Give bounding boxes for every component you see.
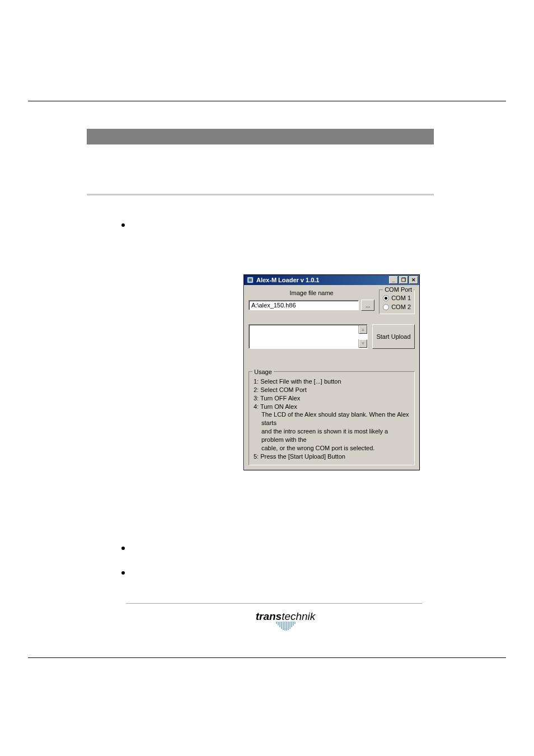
close-button[interactable]: ✕ [409, 276, 418, 284]
app-icon [246, 276, 254, 284]
heading-bar [87, 129, 434, 144]
browse-label: ... [366, 302, 370, 309]
app-window: Alex-M Loader v 1.0.1 _ ❐ ✕ Image file n… [243, 274, 420, 470]
page-bottom-rule [28, 657, 506, 658]
chevron-down-icon: ▼ [359, 339, 367, 348]
file-row: ... [249, 300, 374, 311]
com1-option[interactable]: COM 1 [383, 295, 411, 301]
bullet-text [132, 220, 134, 229]
svg-rect-1 [249, 278, 252, 282]
section-spacer [87, 158, 434, 169]
lower-bullets [121, 543, 134, 592]
logo-swoosh-icon [249, 622, 322, 632]
minimize-icon: _ [392, 277, 395, 283]
window-body: Image file name ... COM Port COM 1 COM 2 [244, 285, 419, 470]
top-row: Image file name ... COM Port COM 1 COM 2 [249, 290, 415, 314]
scroll-down[interactable]: ▼ [358, 339, 367, 348]
start-upload-button[interactable]: Start Upload [372, 324, 415, 349]
section-rule [87, 194, 434, 195]
usage-detail-3: cable, or the wrong COM port is selected… [261, 444, 410, 452]
bullet-item [121, 543, 134, 552]
usage-detail-1: The LCD of the Alex should stay blank. W… [261, 410, 410, 427]
image-file-input[interactable] [249, 300, 359, 310]
minimize-button[interactable]: _ [389, 276, 398, 284]
com2-option[interactable]: COM 2 [383, 304, 411, 310]
bullet-item [121, 220, 434, 229]
usage-line-3: 3: Turn OFF Alex [254, 394, 410, 403]
com2-label: COM 2 [391, 304, 411, 310]
image-file-label: Image file name [249, 290, 374, 296]
usage-detail-2: and the intro screen is shown it is most… [261, 427, 410, 444]
footer-rule [126, 603, 422, 604]
bullet-dot-icon [121, 547, 125, 550]
start-upload-label: Start Upload [376, 333, 410, 340]
log-output[interactable]: ▲ ▼ [249, 324, 368, 349]
content-area [87, 129, 434, 234]
maximize-icon: ❐ [401, 277, 406, 283]
usage-legend: Usage [252, 368, 274, 376]
com1-label: COM 1 [391, 295, 411, 301]
usage-line-2: 2: Select COM Port [254, 386, 410, 394]
title-bar[interactable]: Alex-M Loader v 1.0.1 _ ❐ ✕ [244, 275, 419, 285]
usage-group: Usage 1: Select File with the [...] butt… [249, 371, 415, 465]
bullet-item [121, 568, 134, 577]
mid-row: ▲ ▼ Start Upload [249, 324, 415, 349]
window-title: Alex-M Loader v 1.0.1 [256, 277, 388, 283]
browse-button[interactable]: ... [361, 300, 374, 311]
window-controls: _ ❐ ✕ [388, 276, 418, 284]
logo: transtechnik [249, 610, 322, 632]
chevron-up-icon: ▲ [359, 325, 367, 334]
usage-line-1: 1: Select File with the [...] button [254, 377, 410, 386]
usage-line-4: 4: Turn ON Alex [254, 403, 410, 411]
page-top-rule [28, 101, 506, 101]
logo-text: transtechnik [249, 610, 322, 623]
close-icon: ✕ [411, 277, 416, 283]
radio-unselected-icon [383, 304, 389, 310]
bullet-dot-icon [121, 571, 125, 575]
scroll-up[interactable]: ▲ [358, 325, 367, 334]
maximize-button[interactable]: ❐ [399, 276, 408, 284]
bullet-dot-icon [121, 223, 125, 227]
bullet-text [132, 568, 134, 577]
com-port-legend: COM Port [383, 286, 414, 293]
com-port-group: COM Port COM 1 COM 2 [379, 290, 415, 314]
radio-selected-icon [383, 295, 389, 301]
usage-line-5: 5: Press the [Start Upload] Button [254, 452, 410, 461]
bullet-text [132, 543, 134, 552]
image-file-group: Image file name ... [249, 290, 374, 311]
